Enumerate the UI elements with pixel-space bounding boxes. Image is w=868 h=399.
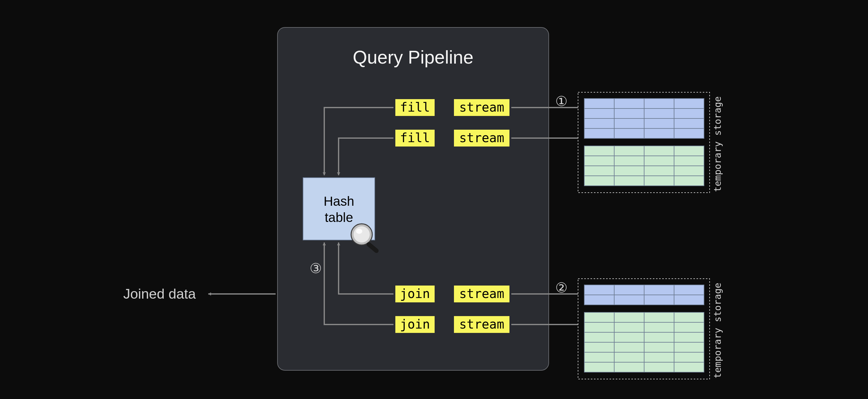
diagram-canvas: Query Pipeline fill stream fill stream j… [0, 0, 868, 399]
table-cell [584, 109, 614, 119]
table-cell [644, 285, 674, 295]
step-1: ① [555, 94, 567, 109]
table-cell [644, 322, 674, 332]
table-cell [674, 332, 704, 342]
table-cell [644, 312, 674, 322]
table-cell [644, 98, 674, 109]
table-cell [644, 362, 674, 372]
table-cell [584, 362, 614, 372]
panel-title: Query Pipeline [353, 47, 474, 68]
op-stream-4: stream [459, 317, 504, 331]
table-cell [644, 342, 674, 352]
op-fill-1: fill [400, 100, 430, 114]
table-cell [674, 166, 704, 176]
step-3: ③ [310, 260, 322, 276]
op-stream-3: stream [459, 286, 504, 301]
table-cell [644, 295, 674, 305]
op-join-2: join [400, 317, 430, 331]
table-cell [614, 295, 644, 305]
table-cell [614, 332, 644, 342]
table-cell [674, 352, 704, 362]
table-cell [674, 176, 704, 186]
step-2: ② [555, 280, 567, 295]
table-cell [644, 109, 674, 119]
table-cell [584, 176, 614, 186]
op-stream-1: stream [459, 100, 504, 114]
table-cell [674, 295, 704, 305]
storage-2-label: temporary storage [712, 283, 723, 378]
table-cell [584, 295, 614, 305]
table-cell [584, 128, 614, 139]
table-cell [644, 176, 674, 186]
table-cell [584, 332, 614, 342]
table-cell [674, 342, 704, 352]
table-cell [644, 146, 674, 156]
op-stream-2: stream [459, 131, 504, 145]
table-cell [614, 352, 644, 362]
table-cell [614, 176, 644, 186]
table-cell [614, 98, 644, 109]
joined-data-label: Joined data [123, 286, 196, 302]
table-cell [584, 322, 614, 332]
table-cell [614, 322, 644, 332]
table-cell [674, 128, 704, 139]
table-cell [644, 156, 674, 166]
table-cell [674, 285, 704, 295]
table-cell [614, 156, 644, 166]
table-cell [674, 322, 704, 332]
table-cell [644, 128, 674, 139]
svg-point-13 [356, 229, 362, 234]
table-cell [674, 98, 704, 109]
op-fill-2: fill [400, 131, 430, 145]
table-cell [614, 166, 644, 176]
table-cell [614, 146, 644, 156]
svg-point-12 [353, 226, 370, 243]
table-cell [614, 312, 644, 322]
table-cell [674, 156, 704, 166]
table-cell [584, 352, 614, 362]
table-cell [674, 109, 704, 119]
table-cell [644, 332, 674, 342]
table-cell [584, 166, 614, 176]
table-cell [644, 352, 674, 362]
table-cell [584, 156, 614, 166]
hash-label-1: Hash [323, 194, 354, 209]
table-cell [674, 146, 704, 156]
table-cell [584, 285, 614, 295]
table-cell [644, 166, 674, 176]
table-cell [614, 342, 644, 352]
table-cell [614, 285, 644, 295]
table-cell [644, 119, 674, 128]
temp-storage-2: temporary storage [578, 279, 723, 379]
table-cell [584, 342, 614, 352]
storage-1-label: temporary storage [712, 96, 723, 192]
table-cell [614, 362, 644, 372]
table-cell [674, 362, 704, 372]
hash-label-2: table [324, 210, 353, 225]
table-cell [614, 119, 644, 128]
table-cell [584, 312, 614, 322]
table-cell [584, 146, 614, 156]
table-cell [674, 312, 704, 322]
table-cell [674, 119, 704, 128]
table-cell [584, 119, 614, 128]
table-cell [614, 128, 644, 139]
table-cell [614, 109, 644, 119]
table-cell [584, 98, 614, 109]
op-join-1: join [400, 286, 430, 301]
